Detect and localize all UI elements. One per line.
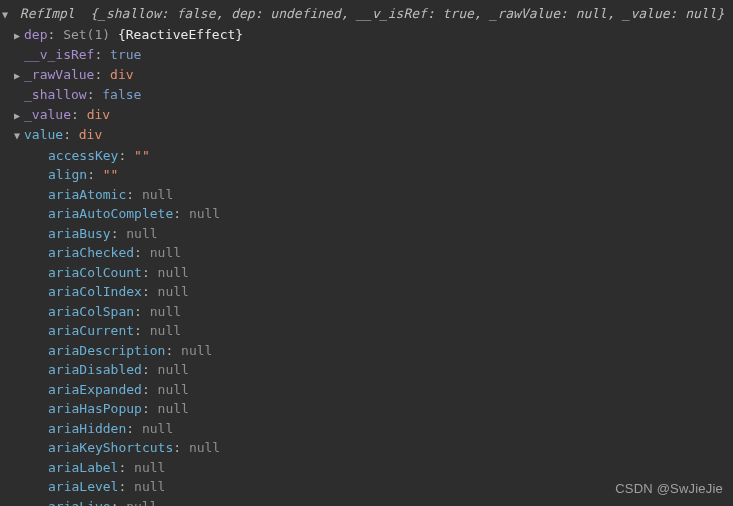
- property-key: _rawValue: [24, 67, 94, 82]
- class-name: RefImpl: [20, 6, 75, 21]
- property-key: ariaLevel: [48, 479, 118, 494]
- property-value: div: [79, 127, 102, 142]
- property-key: ariaHasPopup: [48, 401, 142, 416]
- tree-row[interactable]: align: "": [12, 165, 733, 185]
- tree-row[interactable]: ▶_value: div: [12, 105, 733, 126]
- property-value: null: [150, 304, 181, 319]
- property-key: ariaLive: [48, 499, 111, 507]
- tree-row[interactable]: ariaColIndex: null: [12, 282, 733, 302]
- property-value: null: [142, 187, 173, 202]
- property-value: div: [110, 67, 133, 82]
- property-value: null: [134, 479, 165, 494]
- expand-toggle-icon[interactable]: ▶: [14, 106, 24, 126]
- property-key: ariaColIndex: [48, 284, 142, 299]
- property-key: value: [24, 127, 63, 142]
- property-key: align: [48, 167, 87, 182]
- property-value: null: [126, 226, 157, 241]
- property-key: __v_isRef: [24, 47, 94, 62]
- tree-row[interactable]: accessKey: "": [12, 146, 733, 166]
- tree-row[interactable]: ariaBusy: null: [12, 224, 733, 244]
- property-value: Set(1): [63, 27, 118, 42]
- property-key: ariaDisabled: [48, 362, 142, 377]
- property-value: true: [110, 47, 141, 62]
- property-value: false: [102, 87, 141, 102]
- tree-row[interactable]: ariaExpanded: null: [12, 380, 733, 400]
- tree-row[interactable]: ariaKeyShortcuts: null: [12, 438, 733, 458]
- tree-row[interactable]: ariaChecked: null: [12, 243, 733, 263]
- summary-preview: _shallow: false, dep: undefined, __v_isR…: [98, 6, 716, 21]
- property-value: null: [181, 343, 212, 358]
- property-value: null: [158, 362, 189, 377]
- tree-row[interactable]: ariaCurrent: null: [12, 321, 733, 341]
- property-value: null: [134, 460, 165, 475]
- property-key: ariaColCount: [48, 265, 142, 280]
- tree-row[interactable]: __v_isRef: true: [12, 45, 733, 65]
- summary-row[interactable]: ▼ RefImpl {_shallow: false, dep: undefin…: [12, 4, 733, 25]
- expand-toggle-icon[interactable]: ▶: [14, 26, 24, 46]
- property-key: ariaAtomic: [48, 187, 126, 202]
- property-value: div: [87, 107, 110, 122]
- property-value: null: [150, 245, 181, 260]
- property-value: null: [158, 284, 189, 299]
- tree-row[interactable]: ariaAtomic: null: [12, 185, 733, 205]
- tree-row[interactable]: ariaDescription: null: [12, 341, 733, 361]
- property-value: null: [126, 499, 157, 507]
- property-value: null: [158, 382, 189, 397]
- property-key: ariaBusy: [48, 226, 111, 241]
- property-key: ariaChecked: [48, 245, 134, 260]
- tree-row[interactable]: ▶_rawValue: div: [12, 65, 733, 86]
- property-value: null: [189, 440, 220, 455]
- property-key: accessKey: [48, 148, 118, 163]
- property-value: null: [150, 323, 181, 338]
- tree-row[interactable]: ariaColSpan: null: [12, 302, 733, 322]
- tree-row[interactable]: ariaLabel: null: [12, 458, 733, 478]
- property-key: dep: [24, 27, 47, 42]
- property-value: "": [103, 167, 119, 182]
- property-key: ariaExpanded: [48, 382, 142, 397]
- watermark: CSDN @SwJieJie: [615, 479, 723, 499]
- property-key: ariaKeyShortcuts: [48, 440, 173, 455]
- expand-toggle-icon[interactable]: ▶: [14, 66, 24, 86]
- tree-row[interactable]: ▶dep: Set(1) {ReactiveEffect}: [12, 25, 733, 46]
- property-key: _value: [24, 107, 71, 122]
- tree-row[interactable]: _shallow: false: [12, 85, 733, 105]
- tree-row[interactable]: ariaHidden: null: [12, 419, 733, 439]
- object-tree: ▼ RefImpl {_shallow: false, dep: undefin…: [0, 0, 733, 506]
- property-key: ariaHidden: [48, 421, 126, 436]
- tree-row[interactable]: ariaDisabled: null: [12, 360, 733, 380]
- tree-row[interactable]: ariaAutoComplete: null: [12, 204, 733, 224]
- property-value: null: [142, 421, 173, 436]
- expand-toggle-icon[interactable]: ▼: [2, 5, 12, 25]
- property-value: null: [189, 206, 220, 221]
- property-key: ariaAutoComplete: [48, 206, 173, 221]
- property-value: null: [158, 265, 189, 280]
- top-level-properties: ▶dep: Set(1) {ReactiveEffect}__v_isRef: …: [12, 25, 733, 146]
- property-key: ariaLabel: [48, 460, 118, 475]
- property-key: ariaColSpan: [48, 304, 134, 319]
- tree-row[interactable]: ariaHasPopup: null: [12, 399, 733, 419]
- tree-row[interactable]: ariaColCount: null: [12, 263, 733, 283]
- tree-row[interactable]: ▼value: div: [12, 125, 733, 146]
- property-key: ariaCurrent: [48, 323, 134, 338]
- property-value: "": [134, 148, 150, 163]
- property-key: ariaDescription: [48, 343, 165, 358]
- property-value: null: [158, 401, 189, 416]
- property-key: _shallow: [24, 87, 87, 102]
- value-children: accessKey: ""align: ""ariaAtomic: nullar…: [12, 146, 733, 507]
- expand-toggle-icon[interactable]: ▼: [14, 126, 24, 146]
